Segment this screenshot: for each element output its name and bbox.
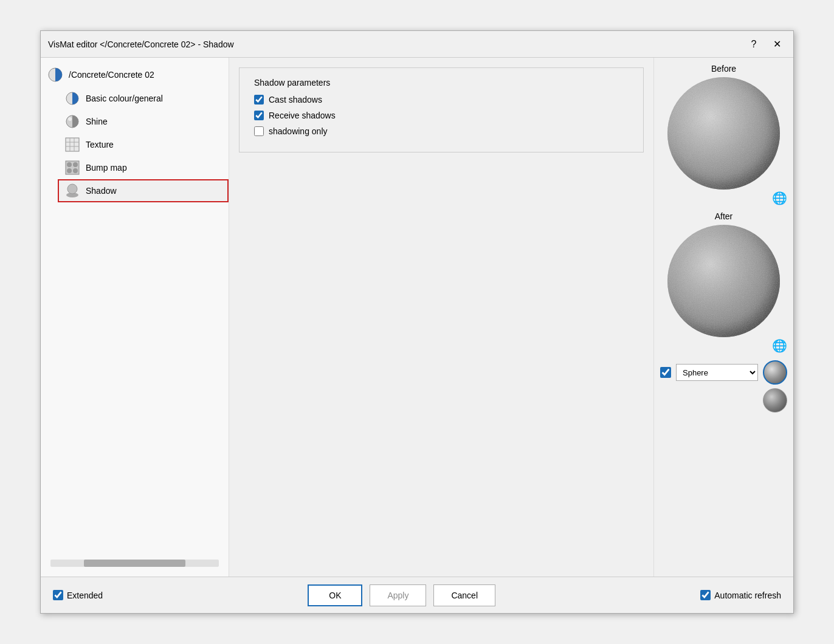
sidebar-item-bump[interactable]: Bump map <box>58 156 229 179</box>
texture-icon <box>64 136 81 153</box>
footer: Extended OK Apply Cancel Automatic refre… <box>41 577 793 613</box>
help-button[interactable]: ? <box>745 35 763 53</box>
close-button[interactable]: ✕ <box>768 35 786 53</box>
sidebar-root-item[interactable]: /Concrete/Concrete 02 <box>41 63 229 87</box>
svg-point-11 <box>73 162 78 167</box>
root-icon <box>47 66 64 83</box>
content-area: Shadow parameters Cast shadows Receive s… <box>229 58 653 577</box>
sidebar-item-texture[interactable]: Texture <box>58 133 229 156</box>
sidebar-tree: Basic colour/general Shine <box>41 87 229 202</box>
svg-point-3 <box>68 117 72 121</box>
sidebar-item-shadow[interactable]: Shadow <box>58 179 229 202</box>
title-bar: VisMat editor </Concrete/Concrete 02> - … <box>41 31 793 58</box>
bump-icon <box>64 159 81 176</box>
texture-label: Texture <box>86 140 114 149</box>
sphere-enable-checkbox[interactable] <box>660 367 671 378</box>
receive-shadows-row: Receive shadows <box>254 111 629 120</box>
sidebar: /Concrete/Concrete 02 Basic colour/gener… <box>41 58 229 577</box>
after-sphere <box>667 225 780 337</box>
shadow-params-box: Shadow parameters Cast shadows Receive s… <box>239 67 644 152</box>
shine-icon <box>64 113 81 130</box>
svg-point-12 <box>67 168 72 173</box>
shadowing-only-row: shadowing only <box>254 126 629 136</box>
before-sphere <box>667 77 780 190</box>
sidebar-item-basic[interactable]: Basic colour/general <box>58 87 229 110</box>
apply-button[interactable]: Apply <box>370 584 426 606</box>
svg-rect-4 <box>66 138 79 151</box>
basic-label: Basic colour/general <box>86 94 163 103</box>
title-bar-right: ? ✕ <box>745 35 786 53</box>
svg-point-15 <box>67 184 77 194</box>
svg-point-10 <box>67 162 72 167</box>
cancel-button[interactable]: Cancel <box>433 584 495 606</box>
sphere-thumb-alt[interactable] <box>763 388 787 413</box>
globe-icon-after[interactable]: 🌐 <box>772 338 787 353</box>
main-content: /Concrete/Concrete 02 Basic colour/gener… <box>41 58 793 577</box>
receive-shadows-checkbox[interactable] <box>254 111 264 120</box>
cast-shadows-row: Cast shadows <box>254 95 629 104</box>
receive-shadows-label: Receive shadows <box>269 111 336 120</box>
shadow-params-title: Shadow parameters <box>254 78 629 87</box>
shadowing-only-checkbox[interactable] <box>254 126 264 136</box>
bump-label: Bump map <box>86 163 127 173</box>
after-label: After <box>715 211 733 221</box>
footer-left: Extended <box>53 590 103 600</box>
shadow-icon <box>64 182 81 199</box>
root-label: /Concrete/Concrete 02 <box>69 70 154 80</box>
dialog-title: VisMat editor </Concrete/Concrete 02> - … <box>48 39 234 49</box>
shadowing-only-label: shadowing only <box>269 126 328 136</box>
shadow-label: Shadow <box>86 186 117 196</box>
basic-icon <box>64 90 81 107</box>
scrollbar-thumb <box>84 560 185 567</box>
right-panel: Before 🌐 After <box>653 58 793 577</box>
svg-rect-17 <box>667 225 780 337</box>
sphere-dropdown[interactable]: Sphere Cube Plane <box>676 364 758 381</box>
svg-rect-16 <box>667 77 780 190</box>
ok-button[interactable]: OK <box>308 584 362 606</box>
shine-label: Shine <box>86 117 108 126</box>
extended-label: Extended <box>67 591 103 600</box>
svg-point-13 <box>73 168 78 173</box>
cast-shadows-checkbox[interactable] <box>254 95 264 104</box>
auto-refresh-label: Automatic refresh <box>714 591 781 600</box>
sphere-thumb-selected[interactable] <box>763 360 787 385</box>
globe-icon-before[interactable]: 🌐 <box>772 191 787 205</box>
auto-refresh-checkbox[interactable] <box>700 590 711 600</box>
extended-checkbox[interactable] <box>53 590 63 600</box>
preview-controls: Sphere Cube Plane <box>660 360 787 385</box>
sidebar-item-shine[interactable]: Shine <box>58 110 229 133</box>
before-label: Before <box>711 64 736 74</box>
footer-right: Automatic refresh <box>700 590 781 600</box>
sidebar-scrollbar[interactable] <box>50 560 219 567</box>
cast-shadows-label: Cast shadows <box>269 95 322 104</box>
dialog: VisMat editor </Concrete/Concrete 02> - … <box>40 30 794 614</box>
title-bar-left: VisMat editor </Concrete/Concrete 02> - … <box>48 39 234 49</box>
